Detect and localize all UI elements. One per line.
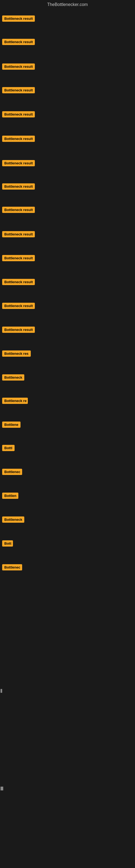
bottleneck-badge[interactable]: Bottleneck result xyxy=(2,255,35,261)
bottleneck-badge[interactable]: Bottleneck re xyxy=(2,398,28,404)
bottleneck-row: Bottleneck result xyxy=(1,16,35,23)
bottleneck-badge[interactable]: Bottleneck result xyxy=(2,303,35,309)
bottleneck-row: Bottleneck result xyxy=(1,279,35,286)
bottleneck-badge[interactable]: Bottleneck result xyxy=(2,63,35,70)
bottleneck-badge[interactable]: Bottlenec xyxy=(2,469,22,475)
bottleneck-row: Bottleneck result xyxy=(1,255,35,262)
bottleneck-row: Bottleneck result xyxy=(1,63,35,71)
bottleneck-row: Bottleneck re xyxy=(1,398,28,405)
bottleneck-row: Bottleneck result xyxy=(1,303,35,310)
bottleneck-badge[interactable]: Bottleneck result xyxy=(2,135,35,142)
bottleneck-badge[interactable]: Bottleneck xyxy=(2,517,24,523)
bottleneck-badge[interactable]: Bottleneck result xyxy=(2,183,35,190)
bottleneck-badge[interactable]: Bottleneck result xyxy=(2,160,35,166)
bottleneck-badge[interactable]: Bottleneck res xyxy=(2,350,31,357)
bottleneck-badge[interactable]: Bottleneck result xyxy=(2,207,35,213)
bottleneck-row: Bottleneck result xyxy=(1,135,35,143)
bottleneck-row: Bottlenec xyxy=(1,469,22,476)
bottleneck-row: Bottlenec xyxy=(1,564,22,571)
bottleneck-badge[interactable]: Bottleneck result xyxy=(2,111,35,118)
bottleneck-badge[interactable]: Bottleneck xyxy=(2,374,24,380)
bottleneck-row: Bottleneck result xyxy=(1,87,35,94)
bottleneck-row: Bottleneck xyxy=(1,374,24,382)
bottleneck-row: Bottleneck result xyxy=(1,231,35,239)
bottleneck-row: Bottl xyxy=(1,445,14,452)
site-header: TheBottlenecker.com xyxy=(0,0,135,9)
bottleneck-badge[interactable]: Bottleneck result xyxy=(2,231,35,237)
bottleneck-badge[interactable]: Bottleneck result xyxy=(2,39,35,45)
bottleneck-badge[interactable]: Bottlenec xyxy=(2,564,22,570)
bottleneck-row: Bottleneck result xyxy=(1,160,35,167)
bottleneck-row: Bottleneck result xyxy=(1,183,35,191)
site-title: TheBottlenecker.com xyxy=(0,0,135,9)
bottleneck-row: Bottleneck result xyxy=(1,111,35,119)
bottleneck-row: Bottleneck xyxy=(1,517,24,524)
bottleneck-badge[interactable]: Bottleneck result xyxy=(2,279,35,285)
bottleneck-badge[interactable]: Bottleneck result xyxy=(2,327,35,333)
bottleneck-badge[interactable]: Bottlene xyxy=(2,422,20,428)
bottleneck-badge[interactable]: Bott xyxy=(2,540,13,547)
bottleneck-row: Bottleneck result xyxy=(1,39,35,46)
bottleneck-row: Bottleneck result xyxy=(1,327,35,334)
bottleneck-row: Bott xyxy=(1,540,13,548)
bottleneck-row: Bottlene xyxy=(1,422,20,429)
bottleneck-badge[interactable]: Bottl xyxy=(2,445,14,451)
bottleneck-row: Bottleneck result xyxy=(1,207,35,214)
bottleneck-badge[interactable]: Bottleneck result xyxy=(2,87,35,93)
marker xyxy=(1,689,2,693)
bottleneck-badge[interactable]: Bottlen xyxy=(2,493,18,499)
bottleneck-row: Bottleneck res xyxy=(1,350,31,358)
bottleneck-badge[interactable]: Bottleneck result xyxy=(2,16,35,22)
bottleneck-row: Bottlen xyxy=(1,493,18,500)
marker-2 xyxy=(1,786,3,790)
